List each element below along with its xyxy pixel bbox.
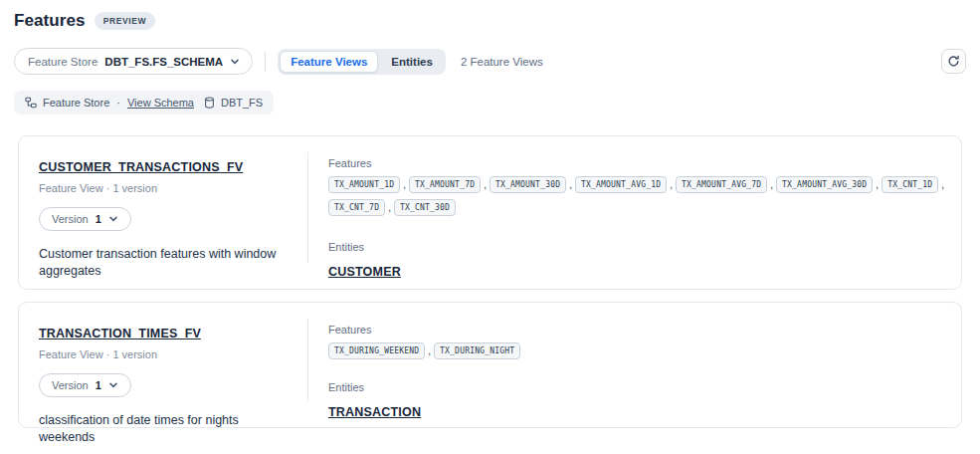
feature-view-subtitle: Feature View · 1 version bbox=[39, 348, 307, 360]
feature-chip: TX_AMOUNT_AVG_1D bbox=[575, 176, 667, 193]
comma-separator: , bbox=[403, 179, 406, 190]
feature-chip: TX_AMOUNT_1D bbox=[328, 176, 400, 193]
version-dropdown[interactable]: Version 1 bbox=[39, 373, 131, 397]
chevron-down-icon bbox=[108, 380, 118, 390]
toolbar-divider bbox=[265, 52, 266, 72]
version-label: Version bbox=[52, 379, 89, 391]
comma-separator: , bbox=[941, 179, 944, 190]
card-right-column: Features TX_DURING_WEEKEND,TX_DURING_NIG… bbox=[308, 303, 961, 427]
feature-chip-list: TX_DURING_WEEKEND,TX_DURING_NIGHT bbox=[328, 342, 945, 359]
features-page: Features PREVIEW Feature Store DBT_FS.FS… bbox=[0, 0, 980, 454]
features-section-label: Features bbox=[328, 157, 945, 169]
view-switcher: Feature Views Entities bbox=[278, 49, 446, 75]
feature-store-value: DBT_FS.FS_SCHEMA bbox=[104, 56, 223, 68]
breadcrumb-separator: · bbox=[116, 97, 120, 109]
feature-store-selector[interactable]: Feature Store DBT_FS.FS_SCHEMA bbox=[14, 48, 253, 75]
breadcrumb: Feature Store · View Schema DBT_FS bbox=[14, 91, 274, 114]
comma-separator: , bbox=[388, 202, 391, 213]
feature-chip: TX_AMOUNT_30D bbox=[490, 176, 566, 193]
feature-view-title-link[interactable]: CUSTOMER_TRANSACTIONS_FV bbox=[39, 160, 243, 174]
comma-separator: , bbox=[770, 179, 773, 190]
feature-store-label: Feature Store bbox=[28, 56, 98, 68]
page-header: Features PREVIEW bbox=[0, 0, 980, 31]
feature-chip-list: TX_AMOUNT_1D,TX_AMOUNT_7D,TX_AMOUNT_30D,… bbox=[328, 176, 945, 216]
schema-icon bbox=[25, 97, 37, 109]
feature-chip: TX_CNT_1D bbox=[882, 176, 938, 193]
comma-separator: , bbox=[428, 345, 431, 356]
feature-chip: TX_DURING_NIGHT bbox=[434, 342, 520, 359]
entity-link[interactable]: CUSTOMER bbox=[328, 265, 401, 279]
refresh-button[interactable] bbox=[941, 49, 966, 74]
feature-chip: TX_AMOUNT_AVG_7D bbox=[676, 176, 767, 193]
feature-view-subtitle: Feature View · 1 version bbox=[39, 182, 307, 194]
chevron-down-icon bbox=[230, 57, 240, 67]
view-schema-link[interactable]: View Schema bbox=[127, 97, 194, 109]
feature-chip: TX_AMOUNT_7D bbox=[409, 176, 481, 193]
breadcrumb-prefix: Feature Store bbox=[43, 97, 109, 109]
page-title: Features bbox=[14, 11, 86, 31]
entity-link-list: CUSTOMER bbox=[328, 262, 945, 280]
feature-view-card: CUSTOMER_TRANSACTIONS_FV Feature View · … bbox=[18, 135, 962, 290]
database-icon bbox=[204, 97, 215, 109]
breadcrumb-database: DBT_FS bbox=[221, 97, 263, 109]
tab-entities[interactable]: Entities bbox=[380, 51, 444, 73]
feature-views-count: 2 Feature Views bbox=[461, 56, 543, 68]
chevron-down-icon bbox=[108, 214, 118, 224]
toolbar: Feature Store DBT_FS.FS_SCHEMA Feature V… bbox=[14, 48, 966, 75]
version-value: 1 bbox=[96, 213, 101, 225]
version-label: Version bbox=[52, 213, 89, 225]
comma-separator: , bbox=[569, 179, 572, 190]
features-section-label: Features bbox=[328, 324, 945, 336]
card-right-column: Features TX_AMOUNT_1D,TX_AMOUNT_7D,TX_AM… bbox=[308, 136, 961, 289]
card-left-column: CUSTOMER_TRANSACTIONS_FV Feature View · … bbox=[19, 136, 307, 289]
comma-separator: , bbox=[484, 179, 487, 190]
refresh-icon bbox=[947, 55, 960, 68]
version-value: 1 bbox=[96, 379, 101, 391]
version-dropdown[interactable]: Version 1 bbox=[39, 207, 131, 231]
comma-separator: , bbox=[670, 179, 673, 190]
feature-view-card: TRANSACTION_TIMES_FV Feature View · 1 ve… bbox=[18, 302, 962, 428]
feature-view-description: classification of date times for nights … bbox=[39, 412, 288, 446]
entities-section-label: Entities bbox=[328, 241, 945, 253]
card-left-column: TRANSACTION_TIMES_FV Feature View · 1 ve… bbox=[19, 303, 307, 427]
feature-view-description: Customer transaction features with windo… bbox=[39, 246, 288, 280]
tab-feature-views[interactable]: Feature Views bbox=[280, 51, 378, 73]
preview-badge: PREVIEW bbox=[95, 12, 155, 30]
feature-chip: TX_AMOUNT_AVG_30D bbox=[776, 176, 873, 193]
entity-link-list: TRANSACTION bbox=[328, 402, 945, 420]
feature-chip: TX_DURING_WEEKEND bbox=[328, 342, 425, 359]
feature-chip: TX_CNT_7D bbox=[328, 199, 385, 216]
entity-link[interactable]: TRANSACTION bbox=[328, 405, 421, 419]
comma-separator: , bbox=[876, 179, 879, 190]
entities-section-label: Entities bbox=[328, 381, 945, 393]
breadcrumb-row: Feature Store · View Schema DBT_FS bbox=[14, 91, 966, 114]
feature-chip: TX_CNT_30D bbox=[394, 199, 456, 216]
feature-view-title-link[interactable]: TRANSACTION_TIMES_FV bbox=[39, 327, 201, 340]
